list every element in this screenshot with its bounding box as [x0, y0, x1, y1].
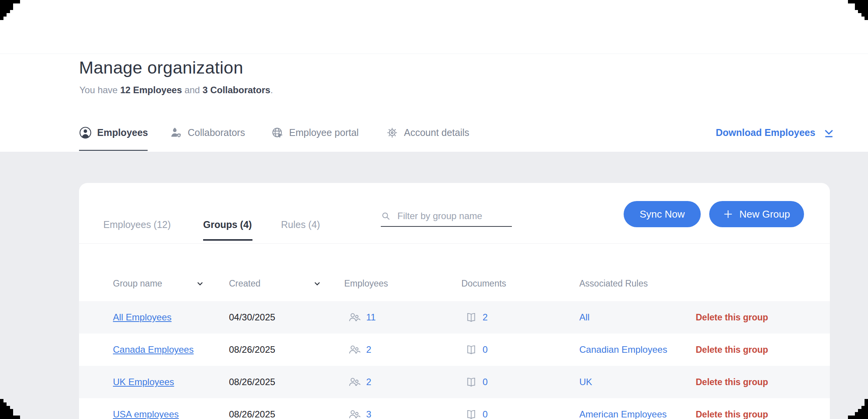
page-subtitle: You have 12 Employees and 3 Collaborator…: [79, 85, 273, 96]
table-row: USA employees 08/26/2025 3: [79, 398, 830, 419]
employees-count-value[interactable]: 2: [366, 344, 371, 355]
documents-count-value[interactable]: 0: [483, 344, 488, 355]
new-group-button[interactable]: New Group: [709, 201, 804, 227]
group-name-header-label: Group name: [113, 278, 162, 289]
filter-by-group-name-input[interactable]: [397, 211, 512, 221]
created-date: 08/26/2025: [229, 377, 344, 387]
manage-organization-page: Manage organization You have 12 Employee…: [0, 0, 868, 419]
page-title: Manage organization: [79, 58, 243, 78]
gear-icon: [386, 126, 399, 139]
documents-count-cell: 0: [461, 377, 579, 388]
download-employees-label: Download Employees: [716, 127, 815, 138]
associated-rules-header-label: Associated Rules: [579, 278, 648, 289]
employees-count-value[interactable]: 11: [366, 312, 376, 323]
employees-count-cell: 3: [344, 409, 461, 419]
new-group-label: New Group: [739, 208, 790, 220]
group-name-link[interactable]: UK Employees: [113, 377, 229, 387]
tab-collaborators-label: Collaborators: [188, 127, 245, 138]
created-date: 08/26/2025: [229, 344, 344, 355]
person-circle-icon: [79, 126, 92, 139]
table-row: Canada Employees 08/26/2025 2: [79, 334, 830, 366]
tab-account-details[interactable]: Account details: [386, 122, 469, 142]
card-tabs-divider: [79, 243, 830, 244]
associated-rule-link[interactable]: Canadian Employees: [579, 344, 696, 355]
tab-account-details-label: Account details: [404, 127, 469, 138]
active-tab-underline: [79, 150, 148, 151]
users-icon: [348, 312, 361, 323]
documents-count-cell: 2: [461, 312, 579, 323]
card-tab-employees[interactable]: Employees (12): [103, 219, 171, 230]
sort-chevron-icon[interactable]: [314, 282, 320, 286]
employees-count-cell: 2: [344, 376, 461, 388]
created-date: 04/30/2025: [229, 312, 344, 323]
employees-count-value[interactable]: 3: [366, 409, 371, 419]
column-header-created[interactable]: Created: [229, 278, 344, 289]
employees-count-cell: 2: [344, 344, 461, 355]
users-icon: [348, 344, 361, 355]
globe-cursor-icon: [271, 126, 284, 139]
collaborators-count: 3 Collaborators: [202, 85, 270, 95]
created-date: 08/26/2025: [229, 409, 344, 419]
search-icon: [381, 211, 391, 221]
users-icon: [348, 409, 361, 419]
users-icon: [348, 376, 361, 388]
card-tab-employees-label: Employees (12): [103, 219, 171, 230]
groups-table: Group name Created Employees: [79, 266, 830, 419]
card-tab-groups-label: Groups (4): [203, 219, 252, 230]
book-icon: [465, 344, 477, 355]
card-tab-groups[interactable]: Groups (4): [203, 219, 252, 230]
delete-group-button[interactable]: Delete this group: [696, 409, 830, 419]
column-header-documents: Documents: [461, 278, 579, 289]
tab-employees[interactable]: Employees: [79, 122, 148, 142]
table-row: UK Employees 08/26/2025 2: [79, 366, 830, 398]
tab-collaborators[interactable]: Collaborators: [170, 122, 245, 142]
table-row: All Employees 04/30/2025 11: [79, 301, 830, 334]
download-employees-button[interactable]: Download Employees: [716, 122, 835, 142]
delete-group-button[interactable]: Delete this group: [696, 377, 830, 387]
sync-now-label: Sync Now: [639, 208, 685, 220]
table-header-row: Group name Created Employees: [79, 266, 830, 301]
documents-count-value[interactable]: 2: [483, 312, 488, 323]
documents-count-cell: 0: [461, 409, 579, 419]
download-chevron-icon: [823, 127, 835, 138]
top-navbar: [0, 0, 868, 54]
subtitle-period: .: [270, 85, 273, 95]
book-icon: [465, 377, 477, 388]
card-tab-rules[interactable]: Rules (4): [281, 219, 320, 230]
card-tab-rules-label: Rules (4): [281, 219, 320, 230]
group-name-link[interactable]: Canada Employees: [113, 344, 229, 355]
column-header-associated-rules: Associated Rules: [579, 278, 696, 289]
group-name-link[interactable]: USA employees: [113, 409, 229, 419]
employees-count-cell: 11: [344, 312, 461, 323]
documents-count-cell: 0: [461, 344, 579, 355]
book-icon: [465, 312, 477, 323]
plus-icon: [723, 209, 733, 219]
card-active-tab-underline: [203, 239, 252, 241]
sort-chevron-icon[interactable]: [197, 282, 203, 286]
column-header-group-name[interactable]: Group name: [113, 278, 229, 289]
employees-count-value[interactable]: 2: [366, 377, 371, 387]
delete-group-button[interactable]: Delete this group: [696, 312, 830, 323]
person-shield-icon: [170, 126, 182, 139]
associated-rule-link[interactable]: American Employees: [579, 409, 696, 419]
employees-header-label: Employees: [344, 278, 388, 289]
associated-rule-link[interactable]: All: [579, 312, 696, 323]
book-icon: [465, 409, 477, 419]
column-header-employees: Employees: [344, 278, 461, 289]
group-filter: [381, 206, 512, 227]
employees-count: 12 Employees: [120, 85, 182, 95]
documents-header-label: Documents: [461, 278, 506, 289]
tab-employee-portal[interactable]: Employee portal: [271, 122, 359, 142]
created-header-label: Created: [229, 278, 261, 289]
associated-rule-link[interactable]: UK: [579, 377, 696, 387]
sync-now-button[interactable]: Sync Now: [624, 201, 701, 227]
content-background: Employees (12) Groups (4) Rules (4): [0, 152, 868, 419]
documents-count-value[interactable]: 0: [483, 377, 488, 387]
tab-employee-portal-label: Employee portal: [289, 127, 359, 138]
tab-employees-label: Employees: [97, 127, 148, 138]
group-name-link[interactable]: All Employees: [113, 312, 229, 323]
delete-group-button[interactable]: Delete this group: [696, 345, 830, 355]
groups-card: Employees (12) Groups (4) Rules (4): [79, 183, 830, 419]
documents-count-value[interactable]: 0: [483, 409, 488, 419]
subtitle-prefix: You have: [79, 85, 120, 95]
